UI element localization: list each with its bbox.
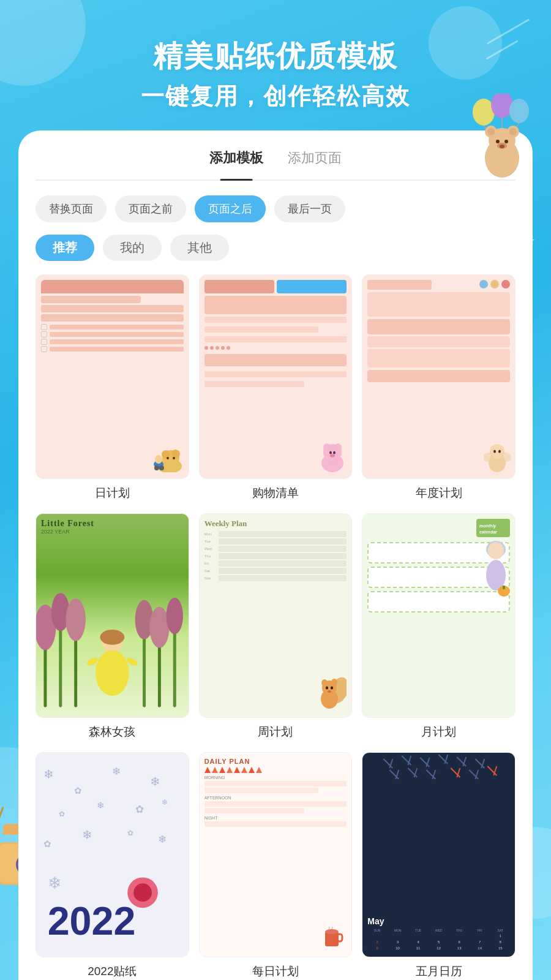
template-item-daily-plan-2[interactable]: DAILY PLAN MORNING AF (199, 752, 353, 979)
cat-pill-recommend[interactable]: 推荐 (36, 235, 94, 261)
pos-btn-last[interactable]: 最后一页 (274, 195, 345, 222)
svg-point-29 (334, 443, 342, 452)
template-label-weekly: 周计划 (258, 724, 293, 740)
weekly-plan-title: Weekly Plan (204, 519, 347, 529)
template-thumb-weekly: Weekly Plan Mon. Tue. Wed. Thu. Fri. Sat… (199, 513, 353, 718)
cat-pill-mine[interactable]: 我的 (103, 235, 162, 261)
template-item-forest-girl[interactable]: Little Forest 2022 YEAR (36, 513, 189, 740)
svg-point-59 (321, 679, 328, 687)
svg-text:✿: ✿ (43, 839, 51, 849)
pos-btn-replace[interactable]: 替换页面 (36, 195, 107, 222)
svg-point-68 (488, 542, 504, 559)
svg-point-15 (500, 145, 504, 148)
svg-text:❄: ❄ (97, 801, 105, 811)
svg-rect-89 (337, 934, 342, 941)
svg-point-31 (333, 451, 335, 454)
svg-point-11 (509, 128, 517, 135)
pos-btn-after[interactable]: 页面之后 (195, 195, 266, 222)
template-thumb-daily-plan-2: DAILY PLAN MORNING AF (199, 752, 353, 957)
svg-point-28 (323, 443, 331, 452)
position-row: 替换页面 页面之前 页面之后 最后一页 (36, 195, 515, 222)
bear-decoration (465, 94, 539, 179)
svg-text:✿: ✿ (127, 829, 133, 837)
tabs-row: 添加模板 添加页面 (36, 149, 515, 181)
template-item-shopping[interactable]: 购物清单 (199, 274, 353, 501)
svg-point-21 (173, 457, 175, 459)
svg-point-24 (159, 466, 164, 470)
pos-btn-before[interactable]: 页面之前 (115, 195, 186, 222)
tab-add-page[interactable]: 添加页面 (288, 149, 342, 172)
svg-point-44 (66, 598, 85, 641)
template-grid: 日计划 (36, 274, 515, 979)
template-item-daily-plan[interactable]: 日计划 (36, 274, 189, 501)
template-item-weekly[interactable]: Weekly Plan Mon. Tue. Wed. Thu. Fri. Sat… (199, 513, 353, 740)
template-label-shopping: 购物清单 (252, 485, 299, 501)
cat-pill-other[interactable]: 其他 (170, 235, 229, 261)
svg-text:monthly: monthly (479, 524, 497, 529)
svg-point-38 (498, 450, 501, 453)
svg-point-61 (326, 687, 328, 690)
svg-point-32 (330, 454, 335, 458)
svg-text:❄: ❄ (150, 775, 160, 789)
svg-point-53 (96, 650, 129, 696)
svg-point-2 (509, 99, 529, 123)
template-label-monthly: 月计划 (421, 724, 456, 740)
svg-rect-71 (503, 586, 505, 589)
template-item-2022[interactable]: ❄ ✿ ❄ ❄ ✿ ❄ ✿ ❄ ✿ ❄ ✿ ❄ (36, 752, 189, 979)
svg-text:✿: ✿ (74, 786, 82, 796)
svg-point-19 (171, 450, 180, 458)
template-item-monthly[interactable]: monthly calendar (362, 513, 515, 740)
svg-point-50 (167, 598, 183, 635)
template-thumb-yearly (362, 274, 515, 479)
svg-point-25 (155, 455, 162, 464)
template-label-may-calendar: 五月日历 (416, 963, 462, 979)
template-thumb-forest-girl: Little Forest 2022 YEAR (36, 513, 189, 718)
svg-text:calendar: calendar (479, 530, 498, 534)
svg-text:❄: ❄ (82, 829, 92, 842)
svg-point-60 (331, 679, 337, 686)
svg-point-52 (100, 630, 124, 645)
svg-point-13 (504, 140, 508, 143)
svg-rect-64 (476, 519, 510, 537)
svg-text:❄: ❄ (162, 799, 168, 807)
little-forest-year: 2022 YEAR (41, 529, 184, 535)
svg-text:2022: 2022 (48, 899, 136, 943)
template-label-forest-girl: 森林女孩 (89, 724, 135, 740)
svg-point-20 (167, 457, 169, 459)
daily-plan-title: DAILY PLAN (204, 758, 347, 765)
template-item-may-calendar[interactable]: May SUN MON TUE WED THU FRI SAT (362, 752, 515, 979)
svg-text:❄: ❄ (158, 834, 167, 846)
template-thumb-may-calendar: May SUN MON TUE WED THU FRI SAT (362, 752, 515, 957)
main-card: 添加模板 添加页面 替换页面 页面之前 页面之后 最后一页 推荐 我的 其他 (18, 130, 533, 980)
svg-text:❄: ❄ (112, 765, 121, 777)
template-label-2022: 2022贴纸 (88, 963, 137, 979)
svg-point-48 (149, 607, 169, 648)
svg-point-18 (162, 450, 170, 459)
svg-text:❄: ❄ (48, 873, 62, 892)
template-thumb-monthly: monthly calendar (362, 513, 515, 718)
svg-point-10 (487, 128, 495, 135)
svg-text:❄: ❄ (43, 767, 54, 781)
tab-add-template[interactable]: 添加模板 (209, 149, 263, 172)
template-label-daily-plan: 日计划 (95, 485, 130, 501)
svg-point-37 (493, 450, 496, 453)
template-label-daily-plan-2: 每日计划 (252, 963, 299, 979)
bg-circle-2 (429, 6, 502, 80)
svg-point-23 (154, 466, 159, 470)
template-thumb-2022: ❄ ✿ ❄ ❄ ✿ ❄ ✿ ❄ ✿ ❄ ✿ ❄ (36, 752, 189, 957)
svg-text:✿: ✿ (135, 803, 144, 815)
svg-point-63 (328, 690, 331, 693)
svg-point-62 (331, 687, 333, 690)
template-thumb-daily-plan (36, 274, 189, 479)
svg-point-12 (496, 140, 500, 143)
svg-point-30 (329, 451, 332, 454)
little-forest-title: Little Forest (41, 519, 184, 529)
svg-point-85 (133, 884, 152, 902)
template-thumb-shopping (199, 274, 353, 479)
category-row: 推荐 我的 其他 (36, 235, 515, 261)
template-item-yearly[interactable]: 年度计划 (362, 274, 515, 501)
svg-point-90 (325, 929, 339, 934)
svg-text:✿: ✿ (59, 810, 65, 818)
template-label-yearly: 年度计划 (416, 485, 462, 501)
